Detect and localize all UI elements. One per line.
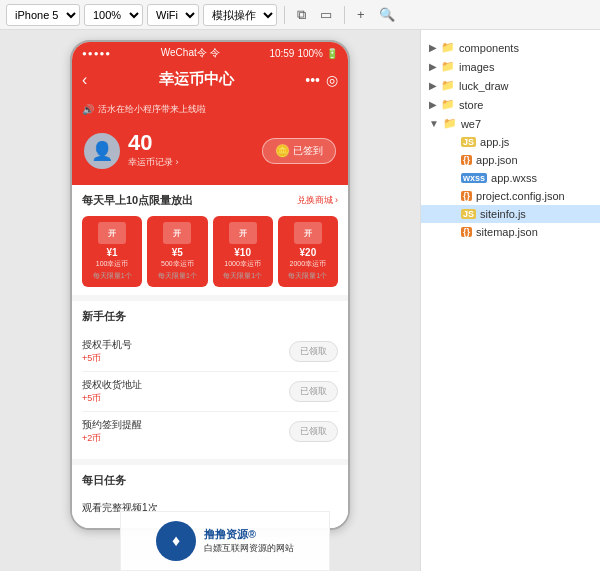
daily-task-title: 每日任务 [82, 473, 338, 488]
sign-label: 已签到 [293, 144, 323, 158]
page-title: 幸运币中心 [159, 70, 234, 89]
folder-item[interactable]: ▶ 📁 luck_draw [421, 76, 600, 95]
page-header: ‹ 幸运币中心 ••• ◎ [72, 64, 348, 99]
file-name: siteinfo.js [480, 208, 526, 220]
speaker-icon: 🔊 [82, 104, 94, 115]
daily-section: 每天早上10点限量放出 兑换商城 › 开 ¥1 100幸运币 每天限量1个 开 … [72, 185, 348, 295]
folder-arrow: ▶ [429, 80, 437, 91]
points-value: 40 [128, 132, 179, 154]
folder-name: we7 [461, 118, 481, 130]
coupon-card[interactable]: 开 ¥10 1000幸运币 每天限量1个 [213, 216, 273, 287]
more-icon[interactable]: ••• [305, 72, 320, 88]
battery-level: 100% [297, 48, 323, 59]
folder-item[interactable]: ▶ 📁 images [421, 57, 600, 76]
phone-container: ●●●●● WeChat令 令 10:59 100% 🔋 ‹ 幸运币中心 •••… [0, 30, 420, 571]
points-info: 40 幸运币记录 › [128, 132, 179, 169]
folder-item[interactable]: ▶ 📁 store [421, 95, 600, 114]
exchange-link[interactable]: 兑换商城 › [297, 194, 339, 207]
points-section: 👤 40 幸运币记录 › 🪙 已签到 [72, 124, 348, 185]
js-file-icon: JS [461, 137, 476, 147]
card-open-label: 开 [229, 222, 257, 244]
card-points: 500幸运币 [151, 259, 203, 269]
task-claim-btn[interactable]: 已领取 [289, 421, 338, 442]
card-open-label: 开 [163, 222, 191, 244]
folder-item[interactable]: ▼ 📁 we7 [421, 114, 600, 133]
watermark-title: 撸撸资源® [204, 527, 294, 542]
wxss-file-icon: wxss [461, 173, 487, 183]
file-item[interactable]: {} app.json [421, 151, 600, 169]
points-left: 👤 40 幸运币记录 › [84, 132, 179, 169]
window-btn[interactable]: ▭ [315, 5, 337, 24]
card-open-label: 开 [98, 222, 126, 244]
task-item: 授权手机号 +5币 已领取 [82, 332, 338, 372]
folder-name: store [459, 99, 483, 111]
folder-icon: 📁 [441, 41, 455, 54]
card-open-label: 开 [294, 222, 322, 244]
notification-text: 活水在给小程序带来上线啦 [98, 103, 206, 116]
section-header: 每天早上10点限量放出 兑换商城 › [82, 193, 338, 208]
card-price: ¥5 [151, 247, 203, 259]
search-btn[interactable]: 🔍 [374, 5, 400, 24]
zoom-select[interactable]: 100% [84, 4, 143, 26]
coupon-card[interactable]: 开 ¥5 500幸运币 每天限量1个 [147, 216, 207, 287]
task-left: 预约签到提醒 +2币 [82, 418, 142, 445]
folder-icon: 📁 [441, 79, 455, 92]
task-item: 授权收货地址 +5币 已领取 [82, 372, 338, 412]
file-name: sitemap.json [476, 226, 538, 238]
watermark-logo: ♦ [156, 521, 196, 561]
user-avatar: 👤 [84, 133, 120, 169]
status-right: 10:59 100% 🔋 [269, 48, 338, 59]
file-name: app.wxss [491, 172, 537, 184]
rotate-btn[interactable]: ⧉ [292, 5, 311, 25]
watermark-text-block: 撸撸资源® 白嫖互联网资源的网站 [204, 527, 294, 556]
watermark-subtitle: 白嫖互联网资源的网站 [204, 542, 294, 556]
folder-icon: 📁 [443, 117, 457, 130]
add-btn[interactable]: + [352, 5, 370, 24]
card-price: ¥20 [282, 247, 334, 259]
device-select[interactable]: iPhone 5 [6, 4, 80, 26]
folder-icon: 📁 [441, 60, 455, 73]
wechat-label: WeChat令 [161, 46, 207, 60]
card-points: 2000幸运币 [282, 259, 334, 269]
sign-button[interactable]: 🪙 已签到 [262, 138, 336, 164]
card-limit: 每天限量1个 [86, 271, 138, 281]
coupon-card[interactable]: 开 ¥1 100幸运币 每天限量1个 [82, 216, 142, 287]
signal-dots: ●●●●● [82, 49, 111, 58]
card-points: 100幸运币 [86, 259, 138, 269]
folder-name: images [459, 61, 494, 73]
json-file-icon: {} [461, 191, 472, 201]
novice-task-title: 新手任务 [82, 309, 338, 324]
network-select[interactable]: WiFi [147, 4, 199, 26]
folder-arrow: ▶ [429, 42, 437, 53]
card-limit: 每天限量1个 [151, 271, 203, 281]
header-icons: ••• ◎ [305, 72, 338, 88]
file-item[interactable]: {} project.config.json [421, 187, 600, 205]
card-limit: 每天限量1个 [217, 271, 269, 281]
back-button[interactable]: ‹ [82, 71, 87, 89]
file-item[interactable]: wxss app.wxss [421, 169, 600, 187]
task-claim-btn[interactable]: 已领取 [289, 381, 338, 402]
novice-task-section: 新手任务 授权手机号 +5币 已领取 授权收货地址 +5币 已领取 预约签到提醒… [72, 301, 348, 459]
folder-arrow: ▼ [429, 118, 439, 129]
daily-title: 每天早上10点限量放出 [82, 193, 193, 208]
task-name: 预约签到提醒 [82, 418, 142, 432]
phone-status-bar: ●●●●● WeChat令 令 10:59 100% 🔋 [72, 42, 348, 64]
task-claim-btn[interactable]: 已领取 [289, 341, 338, 362]
task-item: 预约签到提醒 +2币 已领取 [82, 412, 338, 451]
folder-item[interactable]: ▶ 📁 components [421, 38, 600, 57]
task-reward: +5币 [82, 392, 142, 405]
mode-select[interactable]: 模拟操作 [203, 4, 277, 26]
file-item[interactable]: JS siteinfo.js [421, 205, 600, 223]
points-label: 幸运币记录 › [128, 156, 179, 169]
card-points: 1000幸运币 [217, 259, 269, 269]
coupon-card[interactable]: 开 ¥20 2000幸运币 每天限量1个 [278, 216, 338, 287]
task-name: 授权手机号 [82, 338, 132, 352]
folder-arrow: ▶ [429, 61, 437, 72]
toolbar: iPhone 5 100% WiFi 模拟操作 ⧉ ▭ + 🔍 [0, 0, 600, 30]
task-left: 授权收货地址 +5币 [82, 378, 142, 405]
phone-frame: ●●●●● WeChat令 令 10:59 100% 🔋 ‹ 幸运币中心 •••… [70, 40, 350, 530]
file-item[interactable]: {} sitemap.json [421, 223, 600, 241]
file-item[interactable]: JS app.js [421, 133, 600, 151]
card-price: ¥1 [86, 247, 138, 259]
target-icon[interactable]: ◎ [326, 72, 338, 88]
